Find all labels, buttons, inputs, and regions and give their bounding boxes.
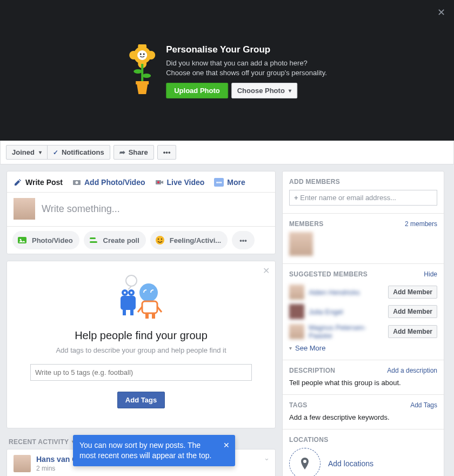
tab-photo-label: Add Photo/Video (84, 178, 145, 187)
svg-point-22 (161, 239, 162, 240)
svg-point-15 (157, 181, 159, 183)
ellipsis-icon: ••• (163, 148, 171, 156)
pencil-icon (14, 178, 22, 187)
tooltip-close-icon[interactable]: ✕ (223, 440, 230, 451)
svg-rect-24 (121, 296, 136, 310)
svg-point-20 (156, 236, 164, 244)
pill-feeling-label: Feeling/Activi... (170, 236, 221, 244)
members-count-link[interactable]: 2 members (405, 220, 437, 228)
sort-tooltip: You can now sort by new posts. The most … (73, 435, 235, 466)
svg-point-27 (124, 292, 126, 294)
svg-point-10 (142, 74, 151, 78)
tags-text: Add a few descriptive keywords. (289, 413, 437, 421)
more-dots-icon: ••• (214, 178, 224, 187)
compose-placeholder[interactable]: Write something... (42, 203, 269, 215)
suggested-avatar[interactable] (289, 324, 304, 339)
choose-photo-button[interactable]: Choose Photo (231, 83, 297, 98)
composer-pills: Photo/Video Create poll Feeling/Activi..… (7, 226, 275, 254)
chevron-down-icon[interactable]: ⌄ (264, 454, 270, 462)
composer-card: Write Post Add Photo/Video Live Video ••… (6, 171, 276, 254)
svg-point-6 (140, 54, 142, 55)
members-header: MEMBERS 2 members (289, 220, 437, 228)
add-member-button[interactable]: Add Member (388, 286, 437, 299)
group-cover-banner: ✕ (0, 0, 454, 141)
suggested-name[interactable]: Alden Hendricks (309, 288, 384, 296)
tooltip-text: You can now sort by new posts. The most … (79, 441, 211, 460)
composer-tabs: Write Post Add Photo/Video Live Video ••… (7, 171, 275, 193)
tab-more[interactable]: ••• More (214, 178, 245, 187)
hide-link[interactable]: Hide (424, 270, 437, 278)
recent-activity-label: RECENT ACTIVITY (9, 438, 69, 446)
add-member-button[interactable]: Add Member (388, 305, 437, 318)
share-button[interactable]: ➦ Share (114, 145, 154, 160)
tab-live-video[interactable]: Live Video (155, 178, 205, 187)
suggested-name[interactable]: Julia Engel (309, 308, 384, 316)
tab-write-post[interactable]: Write Post (14, 178, 63, 187)
suggested-member-row: Magnus Petersen-Paaske Add Member (289, 321, 437, 342)
composer-body[interactable]: Write something... (7, 193, 275, 226)
suggested-label: SUGGESTED MEMBERS (289, 270, 368, 278)
add-members-input[interactable]: Enter name or email address... (289, 190, 437, 206)
add-members-header: ADD MEMBERS (289, 178, 437, 186)
description-header: DESCRIPTION Add a description (289, 367, 437, 374)
location-circle[interactable] (289, 448, 321, 476)
add-locations-link[interactable]: Add locations (328, 459, 373, 468)
svg-rect-32 (142, 301, 157, 313)
svg-point-21 (158, 239, 159, 240)
upload-photo-button[interactable]: Upload Photo (166, 83, 228, 98)
see-more-link[interactable]: ▾ See More (289, 344, 325, 352)
pill-feeling-activity[interactable]: Feeling/Activi... (150, 231, 228, 249)
svg-rect-11 (136, 81, 149, 84)
locations-label: LOCATIONS (289, 436, 328, 444)
notifications-button[interactable]: ✓ Notifications (47, 145, 110, 160)
see-more-label: See More (295, 344, 325, 352)
share-icon: ➦ (119, 148, 125, 156)
ellipsis-icon: ••• (239, 236, 247, 244)
right-column: ADD MEMBERS Enter name or email address.… (282, 171, 444, 476)
share-label: Share (129, 148, 148, 156)
svg-point-5 (137, 50, 147, 60)
pill-photo-label: Photo/Video (32, 236, 73, 244)
suggested-member-row: Julia Engel Add Member (289, 302, 437, 321)
svg-rect-30 (130, 310, 133, 315)
svg-point-31 (139, 283, 158, 302)
joined-button[interactable]: Joined (6, 145, 48, 160)
group-action-bar: Joined ✓ Notifications ➦ Share ••• (0, 141, 454, 164)
banner-close-icon[interactable]: ✕ (437, 6, 445, 18)
suggested-avatar[interactable] (289, 304, 304, 319)
tab-more-label: More (227, 178, 245, 187)
member-avatar[interactable] (289, 232, 313, 256)
add-member-button[interactable]: Add Member (388, 325, 437, 338)
add-members-label: ADD MEMBERS (289, 178, 340, 186)
tab-live-label: Live Video (167, 178, 205, 187)
locations-row: Add locations (289, 448, 437, 476)
more-actions-button[interactable]: ••• (157, 145, 177, 160)
camera-icon (72, 178, 81, 187)
suggested-name[interactable]: Magnus Petersen-Paaske (309, 323, 384, 340)
pill-create-poll[interactable]: Create poll (84, 231, 146, 249)
find-group-title: Help people find your group (14, 329, 269, 342)
svg-point-3 (129, 51, 138, 60)
add-tags-link[interactable]: Add Tags (410, 401, 437, 409)
pill-photo-video[interactable]: Photo/Video (12, 231, 79, 249)
svg-point-23 (126, 275, 137, 286)
pill-more[interactable]: ••• (232, 231, 255, 249)
svg-rect-34 (152, 313, 155, 319)
banner-title: Personalise Your Group (166, 44, 327, 55)
user-avatar[interactable] (14, 455, 31, 472)
add-members-placeholder: Enter name or email address... (300, 194, 396, 202)
add-description-link[interactable]: Add a description (387, 367, 437, 374)
map-pin-icon (300, 458, 310, 470)
add-tags-button[interactable]: Add Tags (117, 392, 165, 408)
body-grid: Write Post Add Photo/Video Live Video ••… (0, 164, 454, 476)
notifications-label: Notifications (62, 148, 104, 156)
banner-content: Personalise Your Group Did you know that… (127, 44, 327, 98)
locations-section: LOCATIONS Add locations (283, 429, 444, 476)
robots-illustration (14, 271, 269, 325)
suggested-avatar[interactable] (289, 285, 304, 300)
find-group-card: ✕ (6, 261, 276, 428)
tab-add-photo-video[interactable]: Add Photo/Video (72, 178, 145, 187)
close-icon[interactable]: ✕ (263, 266, 270, 276)
tags-input[interactable] (30, 364, 252, 381)
svg-rect-33 (145, 313, 149, 319)
